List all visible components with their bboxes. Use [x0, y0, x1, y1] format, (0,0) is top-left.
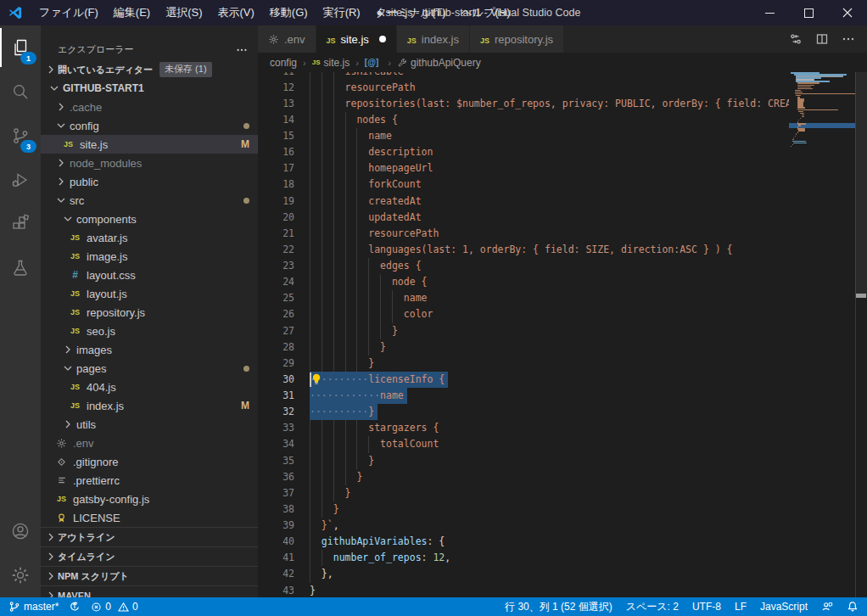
open-editors-section[interactable]: 開いているエディター 未保存 (1) — [41, 60, 258, 79]
tree-item-components[interactable]: components — [41, 210, 258, 228]
scrollbar-slider[interactable] — [855, 72, 867, 297]
tree-item-404-js[interactable]: JS404.js — [41, 378, 258, 396]
maximize-button[interactable] — [789, 0, 828, 25]
line-number[interactable]: 21 — [258, 226, 294, 242]
line-number[interactable]: 23 — [258, 258, 294, 274]
tree-item-site-js[interactable]: JSsite.jsM — [41, 135, 258, 154]
tab-repository-js[interactable]: JSrepository.js — [470, 25, 564, 53]
status-cursor-position[interactable]: 行 30、列 1 (52 個選択) — [505, 600, 612, 614]
line-number[interactable]: 41 — [258, 550, 294, 566]
tab-index-js[interactable]: JSindex.js — [397, 25, 470, 53]
line-number[interactable]: 37 — [258, 485, 294, 501]
line-number[interactable]: 20 — [258, 210, 294, 226]
more-actions-icon[interactable] — [842, 32, 855, 46]
menu-view[interactable]: 表示(V) — [210, 0, 262, 25]
menu-run[interactable]: 実行(R) — [316, 0, 368, 25]
code-line-25[interactable]: 25 name — [258, 290, 789, 306]
line-number[interactable]: 35 — [258, 453, 294, 469]
code-line-32[interactable]: 32··········} — [258, 404, 789, 420]
status-problems[interactable]: 00 — [91, 601, 137, 613]
unsaved-dot-icon[interactable] — [379, 36, 386, 42]
code-line-11[interactable]: 11 isHireable — [258, 72, 789, 80]
code-line-30[interactable]: 30··········licenseInfo { — [258, 372, 789, 388]
line-number[interactable]: 13 — [258, 96, 294, 112]
status-publish[interactable] — [69, 601, 81, 613]
code-line-39[interactable]: 39 }`, — [258, 518, 789, 534]
tree-item-node-modules[interactable]: node_modules — [41, 154, 258, 172]
activity-settings[interactable] — [0, 553, 41, 597]
code-line-18[interactable]: 18 forkCount — [258, 176, 789, 193]
code-line-33[interactable]: 33 stargazers { — [258, 420, 789, 436]
line-number[interactable]: 33 — [258, 420, 294, 436]
line-number[interactable]: 17 — [258, 160, 294, 176]
tree-item-public[interactable]: public — [41, 172, 258, 191]
line-number[interactable]: 40 — [258, 534, 294, 550]
tree-item-image-js[interactable]: JSimage.js — [41, 247, 258, 266]
status-branch[interactable]: master* — [8, 601, 59, 613]
tree-item--gitignore[interactable]: .gitignore — [41, 452, 258, 471]
code-line-16[interactable]: 16 description — [258, 144, 789, 160]
activity-testing[interactable] — [0, 246, 41, 290]
line-number[interactable]: 30 — [258, 372, 294, 388]
status-indentation[interactable]: スペース: 2 — [626, 600, 679, 614]
activity-account[interactable] — [0, 509, 41, 553]
line-number[interactable]: 38 — [258, 501, 294, 518]
more-actions-icon[interactable] — [236, 44, 248, 56]
activity-source-control[interactable]: 3 — [0, 114, 41, 158]
code-line-20[interactable]: 20 updatedAt — [258, 210, 789, 226]
code-line-43[interactable]: 43} — [258, 583, 789, 598]
tree-item-avatar-js[interactable]: JSavatar.js — [41, 228, 258, 247]
tree-item-utils[interactable]: utils — [41, 415, 258, 434]
line-number[interactable]: 18 — [258, 176, 294, 193]
line-number[interactable]: 26 — [258, 306, 294, 322]
code-line-34[interactable]: 34 totalCount — [258, 436, 789, 452]
minimize-button[interactable] — [750, 0, 789, 25]
line-number[interactable]: 24 — [258, 274, 294, 290]
tree-item-gatsby-config-js[interactable]: JSgatsby-config.js — [41, 490, 258, 508]
status-language[interactable]: JavaScript — [760, 601, 808, 613]
code-line-38[interactable]: 38 } — [258, 501, 789, 518]
code-line-31[interactable]: 31············name — [258, 388, 789, 404]
line-number[interactable]: 16 — [258, 144, 294, 160]
activity-search[interactable] — [0, 70, 41, 114]
code-line-15[interactable]: 15 name — [258, 128, 789, 144]
line-number[interactable]: 43 — [258, 583, 294, 598]
code-line-23[interactable]: 23 edges { — [258, 258, 789, 274]
breadcrumb-item[interactable]: JSsite.js — [312, 57, 350, 69]
tree-item-license[interactable]: LICENSE — [41, 508, 258, 527]
tree-item--env[interactable]: .env — [41, 434, 258, 452]
code-line-29[interactable]: 29 } — [258, 356, 789, 372]
code-line-27[interactable]: 27 } — [258, 323, 789, 339]
line-number[interactable]: 27 — [258, 323, 294, 339]
section-outline[interactable]: アウトライン — [41, 527, 258, 546]
line-number[interactable]: 19 — [258, 193, 294, 210]
line-number[interactable]: 42 — [258, 566, 294, 582]
status-feedback[interactable] — [821, 601, 833, 613]
activity-run-debug[interactable] — [0, 158, 41, 202]
line-number[interactable]: 39 — [258, 518, 294, 534]
status-notifications[interactable] — [847, 601, 859, 613]
code-line-26[interactable]: 26 color — [258, 306, 789, 322]
section-timeline[interactable]: タイムライン — [41, 546, 258, 566]
tree-item-pages[interactable]: pages — [41, 359, 258, 378]
line-number[interactable]: 29 — [258, 356, 294, 372]
code-line-17[interactable]: 17 homepageUrl — [258, 160, 789, 176]
editor-scrollbar[interactable] — [855, 72, 867, 597]
code-line-40[interactable]: 40 githubApiVariables: { — [258, 534, 789, 550]
menu-edit[interactable]: 編集(E) — [106, 0, 158, 25]
line-number[interactable]: 14 — [258, 112, 294, 128]
line-number[interactable]: 28 — [258, 339, 294, 356]
line-number[interactable]: 31 — [258, 388, 294, 404]
line-number[interactable]: 22 — [258, 242, 294, 258]
line-number[interactable]: 11 — [258, 72, 294, 80]
activity-extensions[interactable] — [0, 202, 41, 246]
tree-item-config[interactable]: config — [41, 116, 258, 135]
section-npm-scripts[interactable]: NPM スクリプト — [41, 566, 258, 585]
code-line-24[interactable]: 24 node { — [258, 274, 789, 290]
code-line-37[interactable]: 37 } — [258, 485, 789, 501]
breadcrumb-item[interactable]: config — [270, 57, 297, 69]
tree-item--cache[interactable]: .cache — [41, 98, 258, 116]
breadcrumb-item[interactable]: [@] — [365, 58, 382, 67]
line-number[interactable]: 36 — [258, 469, 294, 485]
code-line-42[interactable]: 42 }, — [258, 566, 789, 582]
